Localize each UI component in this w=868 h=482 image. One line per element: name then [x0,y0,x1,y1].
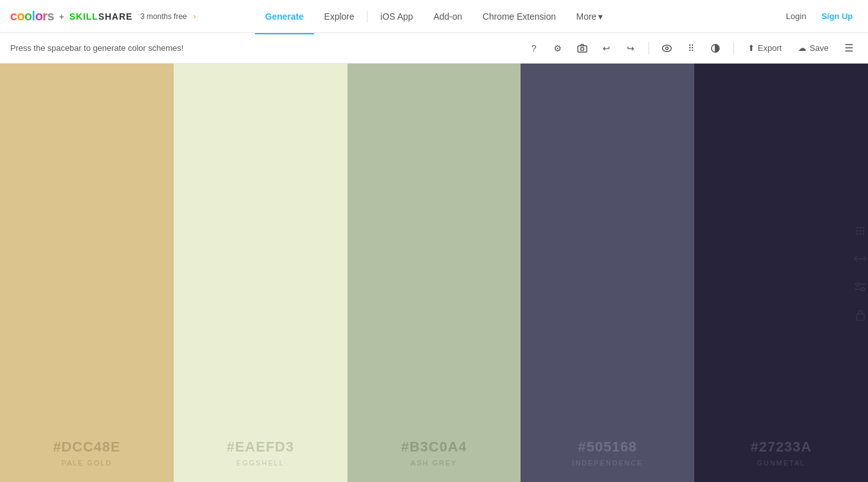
swatch-independence[interactable]: #505168 INDEPENDENCE [521,64,694,482]
swatch-pale-gold[interactable]: #DCC48E PALE GOLD [0,64,174,482]
grid-icon[interactable]: ⠿ [682,39,700,57]
save-button[interactable]: ☁ Save [793,41,834,55]
signup-button[interactable]: Sign Up [816,9,858,24]
hamburger-menu[interactable]: ☰ [840,39,858,57]
export-button[interactable]: ⬆ Export [743,41,787,55]
svg-point-3 [666,47,668,50]
svg-rect-0 [578,46,587,52]
swatch-eggshell[interactable]: #EAEFD3 EGGSHELL [174,64,347,482]
logo-area: coolors + SKILLSHARE 3 months free › [10,9,196,24]
nav-ios[interactable]: iOS App [370,8,423,25]
swatch-ash-grey[interactable]: #B3C0A4 ASH GREY [347,64,521,482]
svg-point-16 [856,283,859,286]
name-independence: INDEPENDENCE [572,459,643,467]
hex-eggshell: #EAEFD3 [227,439,294,455]
nav-generate[interactable]: Generate [255,8,314,25]
redo-icon[interactable]: ↪ [622,39,640,57]
help-icon[interactable]: ? [525,39,543,57]
resize-icon[interactable] [853,251,868,266]
svg-point-12 [859,233,861,235]
name-eggshell: EGGSHELL [237,459,284,467]
color-palette: #DCC48E PALE GOLD #EAEFD3 EGGSHELL #B3C0… [0,64,868,482]
chevron-down-icon: ▾ [598,11,603,22]
swatch-gunmetal[interactable]: #27233A GUNMETAL [694,64,868,482]
toolbar-divider [648,42,649,55]
adjust-icon[interactable] [853,279,868,294]
toolbar-divider-2 [733,42,734,55]
hex-gunmetal: #27233A [750,439,811,455]
nav-addon[interactable]: Add-on [423,8,472,25]
name-gunmetal: GUNMETAL [757,459,805,467]
nav-explore[interactable]: Explore [314,8,364,25]
coolors-logo[interactable]: coolors [10,9,54,24]
svg-point-9 [859,230,861,232]
name-pale-gold: PALE GOLD [62,459,113,467]
settings-icon[interactable]: ⚙ [549,39,567,57]
hex-independence: #505168 [578,439,637,455]
contrast-icon[interactable] [706,39,724,57]
promo-text: 3 months free [140,12,186,21]
svg-point-8 [856,230,858,232]
save-icon: ☁ [798,43,806,53]
svg-point-5 [856,227,858,229]
skillshare-logo[interactable]: SKILLSHARE [69,11,132,22]
svg-point-18 [861,288,864,291]
toolbar-icons: ? ⚙ ↩ ↪ ⠿ ⬆ Export [525,39,858,57]
name-ash-grey: ASH GREY [411,459,458,467]
undo-icon[interactable]: ↩ [598,39,615,57]
header: coolors + SKILLSHARE 3 months free › Gen… [0,0,868,33]
nav-right: Login Sign Up [781,9,858,24]
login-button[interactable]: Login [781,9,811,24]
lock-icon[interactable] [853,307,868,322]
plus-separator: + [59,11,64,22]
svg-point-2 [662,45,671,52]
promo-arrow[interactable]: › [193,12,196,21]
toolbar: Press the spacebar to generate color sch… [0,33,868,64]
view-icon[interactable] [658,39,676,57]
hex-pale-gold: #DCC48E [53,439,120,455]
svg-point-10 [862,230,864,232]
nav-divider [367,10,368,23]
dots-grid-icon[interactable] [853,223,868,238]
share-icon: ⬆ [748,43,755,53]
main-nav: Generate Explore iOS App Add-on Chrome E… [255,8,613,25]
svg-point-1 [580,47,584,50]
hex-ash-grey: #B3C0A4 [401,439,467,455]
swatch-action-icons [853,223,868,322]
svg-point-7 [862,227,864,229]
svg-point-6 [859,227,861,229]
svg-point-11 [856,233,858,235]
toolbar-hint: Press the spacebar to generate color sch… [10,43,525,53]
nav-more[interactable]: More ▾ [566,8,613,25]
svg-point-13 [862,233,864,235]
svg-rect-19 [857,314,864,320]
nav-chrome[interactable]: Chrome Extension [472,8,566,25]
camera-icon[interactable] [573,39,591,57]
